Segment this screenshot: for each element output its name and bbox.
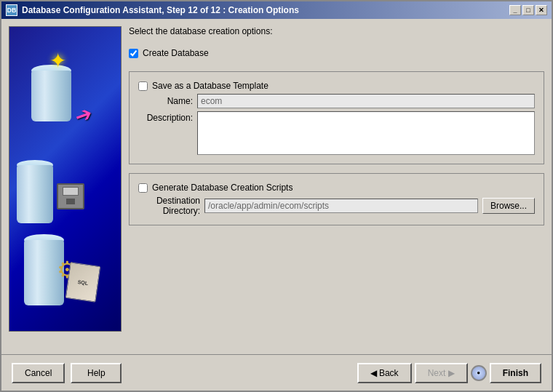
finish-button[interactable]: Finish bbox=[490, 363, 541, 383]
help-button[interactable]: Help bbox=[71, 363, 122, 383]
bottom-bar: Cancel Help ◀ Back Next ▶ ● Finish bbox=[1, 354, 552, 391]
back-button[interactable]: ◀ Back bbox=[357, 363, 412, 383]
maximize-button[interactable]: □ bbox=[522, 5, 534, 15]
next-button[interactable]: Next ▶ bbox=[415, 363, 468, 383]
cylinder-2 bbox=[17, 165, 53, 223]
illustration-panel: ✦ ➔ ⚙ ⚙ SQL bbox=[9, 26, 122, 332]
name-row: Name: bbox=[138, 94, 535, 108]
close-button[interactable]: ✕ bbox=[536, 5, 547, 15]
cylinder-1 bbox=[31, 71, 71, 121]
save-template-checkbox[interactable] bbox=[138, 81, 148, 91]
sql-card-icon: SQL bbox=[65, 262, 101, 302]
destination-row: Destination Directory: Browse... bbox=[138, 196, 535, 216]
db-illustration: ✦ ➔ ⚙ ⚙ SQL bbox=[9, 27, 121, 331]
floppy-disk-icon bbox=[57, 183, 84, 209]
back-arrow-icon: ◀ bbox=[370, 368, 379, 378]
save-template-label: Save as a Database Template bbox=[152, 81, 268, 91]
content-area: ✦ ➔ ⚙ ⚙ SQL bbox=[1, 19, 552, 354]
options-panel: Select the database creation options: Cr… bbox=[129, 26, 544, 347]
instruction-text: Select the database creation options: bbox=[129, 26, 544, 36]
spinner-icon: ● bbox=[471, 365, 487, 381]
create-database-label: Create Database bbox=[143, 48, 209, 58]
bottom-left-buttons: Cancel Help bbox=[12, 363, 122, 383]
save-template-row: Save as a Database Template bbox=[138, 81, 535, 91]
scripts-section: Generate Database Creation Scripts Desti… bbox=[129, 173, 544, 225]
generate-scripts-label: Generate Database Creation Scripts bbox=[152, 183, 293, 193]
destination-input[interactable] bbox=[204, 199, 478, 213]
browse-button[interactable]: Browse... bbox=[482, 198, 535, 214]
star-icon: ✦ bbox=[49, 49, 71, 71]
bottom-right-buttons: ◀ Back Next ▶ ● Finish bbox=[357, 363, 541, 383]
create-database-row: Create Database bbox=[129, 48, 544, 58]
main-window: DB Database Configuration Assistant, Ste… bbox=[0, 0, 553, 392]
generate-scripts-checkbox[interactable] bbox=[138, 183, 148, 193]
create-database-checkbox[interactable] bbox=[129, 49, 138, 58]
description-input[interactable] bbox=[197, 111, 535, 155]
title-bar-left: DB Database Configuration Assistant, Ste… bbox=[6, 4, 299, 16]
name-input[interactable] bbox=[197, 94, 535, 108]
description-row: Description: bbox=[138, 111, 535, 155]
name-label: Name: bbox=[138, 96, 193, 106]
minimize-button[interactable]: _ bbox=[509, 5, 521, 15]
description-label: Description: bbox=[138, 111, 193, 123]
generate-scripts-row: Generate Database Creation Scripts bbox=[138, 183, 535, 193]
window-title: Database Configuration Assistant, Step 1… bbox=[22, 5, 299, 15]
arrow-icon: ➔ bbox=[71, 101, 95, 129]
window-controls: _ □ ✕ bbox=[509, 5, 547, 15]
cancel-button[interactable]: Cancel bbox=[12, 363, 65, 383]
app-icon: DB bbox=[6, 4, 17, 16]
title-bar: DB Database Configuration Assistant, Ste… bbox=[1, 1, 552, 19]
destination-label: Destination Directory: bbox=[138, 196, 200, 216]
next-arrow-icon: ▶ bbox=[445, 368, 454, 378]
save-template-section: Save as a Database Template Name: Descri… bbox=[129, 71, 544, 164]
